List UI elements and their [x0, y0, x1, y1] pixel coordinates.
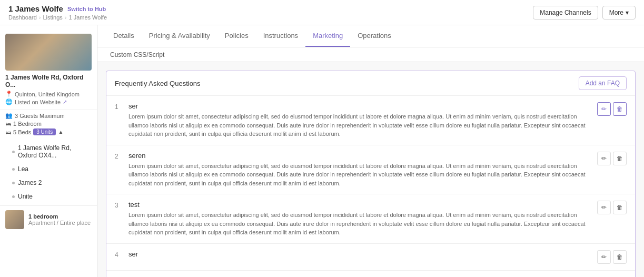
sidebar-item-james2-label: James 2 [18, 179, 42, 186]
guests-row: 👥 3 Guests Maximum [5, 112, 92, 119]
listing-name: 1 James Wolfe Rd, Oxford O... [5, 74, 92, 88]
bedroom-icon: 🛏 [5, 121, 11, 127]
sidebar-item-oxford-label: 1 James Wolfe Rd, Oxford OX4... [18, 144, 92, 159]
faq-edit-button[interactable]: ✏ [597, 152, 611, 165]
sidebar-item-unite[interactable]: Unite [0, 190, 97, 203]
faq-item-actions: ✏ 🗑 [597, 250, 627, 264]
sub-tab-css[interactable]: Custom CSS/Script [106, 49, 169, 61]
faq-content: test Lorem ipsum dolor sit amet, consect… [128, 201, 591, 237]
external-link-icon[interactable]: ↗ [63, 99, 67, 105]
tab-details[interactable]: Details [106, 25, 142, 47]
apartment-info: 1 bedroom Apartment / Entire place [28, 213, 91, 226]
faq-container: Frequently Asked Questions Add an FAQ 1 … [97, 62, 644, 277]
listing-location: 📍 Quinton, United Kingdom [5, 91, 92, 97]
breadcrumb-sep2: › [65, 14, 67, 21]
sidebar: 1 James Wolfe Rd, Oxford O... 📍 Quinton,… [0, 25, 97, 277]
add-faq-button[interactable]: Add an FAQ [579, 76, 627, 90]
faq-item: 4 ser ✏ 🗑 [106, 244, 635, 270]
dot-icon [12, 182, 15, 184]
sub-tabs-bar: Custom CSS/Script [97, 47, 644, 62]
listing-website[interactable]: 🌐 Listed on Website ↗ [5, 98, 92, 105]
units-badge: 3 Units [33, 128, 56, 135]
dot-icon2 [12, 195, 15, 198]
location-icon: 📍 [5, 91, 13, 97]
more-label: More [609, 9, 623, 16]
listing-website-text: Listed on Website [15, 99, 61, 105]
breadcrumb-listings[interactable]: Listings [43, 14, 63, 21]
guests-text: 3 Guests Maximum [15, 113, 65, 119]
property-info: 👥 3 Guests Maximum 🛏 1 Bedroom 🛏 5 Beds … [0, 110, 97, 139]
apartment-type: Apartment / Entire place [28, 220, 91, 226]
breadcrumb-sep1: › [39, 14, 41, 21]
apartment-card[interactable]: 1 bedroom Apartment / Entire place [0, 205, 97, 233]
main-layout: 1 James Wolfe Rd, Oxford O... 📍 Quinton,… [0, 25, 644, 277]
dot-icon [12, 151, 15, 153]
faq-item: 3 test Lorem ipsum dolor sit amet, conse… [106, 194, 635, 244]
manage-channels-button[interactable]: Manage Channels [533, 6, 598, 19]
bedroom-row: 🛏 1 Bedroom [5, 121, 92, 127]
chevron-down-icon: ▾ [626, 9, 629, 16]
breadcrumb: Dashboard › Listings › 1 James Wolfe [8, 14, 107, 21]
beds-row: 🛏 5 Beds 3 Units ▲ [5, 128, 92, 135]
faq-question: ser [128, 102, 591, 110]
listing-image [5, 34, 92, 71]
sidebar-item-lea[interactable]: Lea [0, 162, 97, 176]
tab-operations[interactable]: Operations [350, 25, 399, 47]
listing-location-text: Quinton, United Kingdom [15, 91, 80, 97]
faq-item-actions: ✏ 🗑 [597, 102, 627, 116]
faq-item-actions: ✏ 🗑 [597, 152, 627, 165]
breadcrumb-dashboard[interactable]: Dashboard [8, 14, 37, 21]
faq-answer: Lorem ipsum dolor sit amet, consectetur … [128, 162, 591, 188]
faq-delete-button[interactable]: 🗑 [613, 102, 627, 116]
faq-edit-button[interactable]: ✏ [597, 250, 611, 264]
listing-card: 1 James Wolfe Rd, Oxford O... 📍 Quinton,… [0, 29, 97, 110]
beds-text: 5 Beds [13, 129, 31, 135]
top-bar-right: Manage Channels More ▾ [533, 6, 636, 19]
faq-num: 4 [115, 251, 122, 259]
tabs-bar: Details Pricing & Availability Policies … [97, 25, 644, 47]
switch-to-hub-link[interactable]: Switch to Hub [67, 6, 106, 12]
page-title: 1 James Wolfe [8, 4, 63, 13]
faq-delete-button[interactable]: 🗑 [613, 152, 627, 165]
faq-delete-button[interactable]: 🗑 [613, 201, 627, 214]
faq-edit-button[interactable]: ✏ [597, 102, 611, 116]
faq-answer: Lorem ipsum dolor sit amet, consectetur … [128, 211, 591, 237]
guests-icon: 👥 [5, 112, 13, 119]
top-bar-left: 1 James Wolfe Switch to Hub Dashboard › … [8, 4, 107, 21]
faq-num: 3 [115, 202, 122, 209]
sidebar-item-oxford[interactable]: 1 James Wolfe Rd, Oxford OX4... [0, 141, 97, 162]
faq-item-actions: ✏ 🗑 [597, 201, 627, 214]
faq-content: ser Lorem ipsum dolor sit amet, consecte… [128, 102, 591, 138]
faq-content: ser [128, 250, 591, 260]
content-area: Details Pricing & Availability Policies … [97, 25, 644, 277]
tab-marketing[interactable]: Marketing [305, 25, 350, 47]
faq-box: Frequently Asked Questions Add an FAQ 1 … [106, 71, 636, 277]
sidebar-item-lea-label: Lea [18, 165, 28, 173]
dot-icon [12, 168, 15, 171]
faq-num: 2 [115, 153, 122, 160]
faq-question: test [128, 201, 591, 209]
website-icon: 🌐 [5, 98, 13, 105]
faq-list: 1 ser Lorem ipsum dolor sit amet, consec… [106, 96, 635, 270]
sidebar-item-unite-label: Unite [18, 193, 33, 200]
more-button[interactable]: More ▾ [602, 6, 636, 19]
faq-answer: Lorem ipsum dolor sit amet, consectetur … [128, 112, 591, 138]
apartment-name: 1 bedroom [28, 213, 91, 220]
faq-content: seren Lorem ipsum dolor sit amet, consec… [128, 152, 591, 188]
faq-edit-button[interactable]: ✏ [597, 201, 611, 214]
tab-policies[interactable]: Policies [217, 25, 256, 47]
faq-delete-button[interactable]: 🗑 [613, 250, 627, 264]
tab-pricing[interactable]: Pricing & Availability [142, 25, 217, 47]
sidebar-item-james2[interactable]: James 2 [0, 176, 97, 190]
faq-item: 1 ser Lorem ipsum dolor sit amet, consec… [106, 96, 635, 145]
chevron-up-icon[interactable]: ▲ [58, 129, 63, 135]
top-bar: 1 James Wolfe Switch to Hub Dashboard › … [0, 0, 644, 25]
faq-question: seren [128, 152, 591, 160]
tab-instructions[interactable]: Instructions [256, 25, 305, 47]
bedroom-text: 1 Bedroom [13, 121, 42, 127]
sidebar-sub-items: 1 James Wolfe Rd, Oxford OX4... Lea Jame… [0, 139, 97, 205]
top-bar-title: 1 James Wolfe Switch to Hub [8, 4, 107, 13]
breadcrumb-current: 1 James Wolfe [68, 14, 107, 21]
beds-icon: 🛏 [5, 129, 11, 135]
faq-footer: ⊹ Drag and drop to reorder the FAQs. [106, 270, 635, 278]
